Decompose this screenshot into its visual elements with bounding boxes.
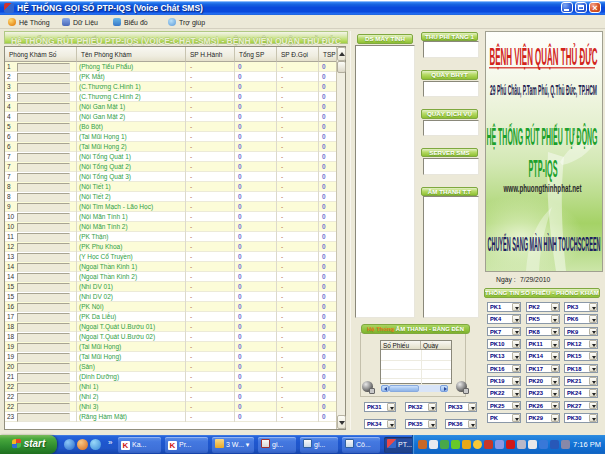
svg-text:PTP-IQS: PTP-IQS (529, 155, 558, 182)
svg-text:29 Phú Châu, P.Tam Phú, Q.Thủ: 29 Phú Châu, P.Tam Phú, Q.Thủ Đức, TP.HC… (490, 81, 597, 98)
svg-text:HỆ THỐNG RÚT PHIẾU TỰ ĐỘNG: HỆ THỐNG RÚT PHIẾU TỰ ĐỘNG (487, 123, 598, 150)
svg-text:Hệ THỐNG RÚT PHIẾU PTP-IQS (VO: Hệ THỐNG RÚT PHIẾU PTP-IQS (VOICE-CHAT-S… (11, 35, 341, 46)
svg-text:www.phuongthinhphat.net: www.phuongthinhphat.net (503, 183, 582, 194)
svg-text:CHUYỂN SANG MÀN HÌNH TOUCHSCRE: CHUYỂN SANG MÀN HÌNH TOUCHSCREEN (488, 233, 601, 255)
svg-text:BỆNH VIỆN QUẬN THỦ ĐỨC: BỆNH VIỆN QUẬN THỦ ĐỨC (490, 42, 598, 70)
